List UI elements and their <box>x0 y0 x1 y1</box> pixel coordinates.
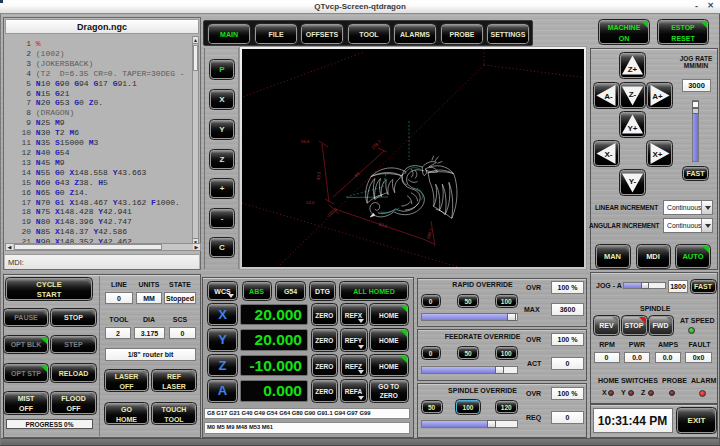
svg-text:X+: X+ <box>652 150 662 159</box>
svg-text:A-: A- <box>604 92 613 101</box>
svg-text:Y+: Y+ <box>627 124 637 133</box>
svg-text:A+: A+ <box>652 92 663 101</box>
svg-text:88: 88 <box>353 170 360 177</box>
svg-text:X-: X- <box>605 150 613 159</box>
svg-text:Y-: Y- <box>629 177 637 186</box>
svg-text:82.6: 82.6 <box>378 221 388 229</box>
svg-text:159.7: 159.7 <box>370 138 382 149</box>
svg-text:Z+: Z+ <box>628 65 638 74</box>
svg-text:-150.0: -150.0 <box>325 206 338 218</box>
svg-text:14.0: 14.0 <box>306 200 315 205</box>
svg-text:Z-: Z- <box>629 90 637 99</box>
svg-text:43.5: 43.5 <box>316 170 322 180</box>
svg-text:55.6: 55.6 <box>301 139 310 144</box>
